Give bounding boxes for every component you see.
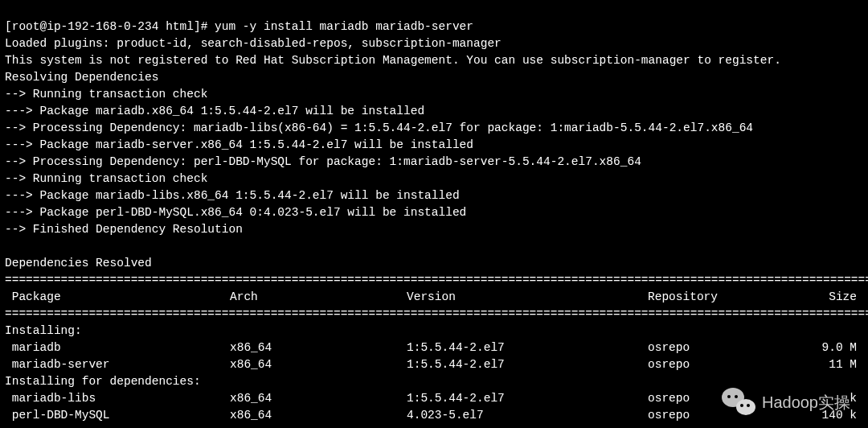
divider-top: ========================================… (5, 274, 868, 286)
cell-size: 9.0 M (800, 340, 857, 356)
section-title: Installing: (5, 323, 863, 340)
cell-version: 1:5.5.44-2.el7 (407, 340, 648, 356)
table-row: mariadbx86_641:5.5.44-2.el7osrepo9.0 M (5, 340, 863, 356)
cell-version: 1:5.5.44-2.el7 (407, 356, 648, 373)
cell-size: 11 M (800, 356, 857, 373)
wechat-icon (722, 388, 755, 417)
cell-package: mariadb (5, 340, 230, 356)
col-header-size: Size (800, 289, 857, 306)
shell-prompt: [root@ip-192-168-0-234 html]# yum -y ins… (5, 20, 473, 33)
terminal-output: [root@ip-192-168-0-234 html]# yum -y ins… (0, 0, 868, 426)
cell-package: perl-DBD-MySQL (5, 407, 230, 424)
table-header-row: PackageArchVersionRepositorySize (5, 289, 863, 306)
watermark: Hadoop实操 (722, 388, 850, 417)
cell-arch: x86_64 (230, 340, 407, 356)
cell-version: 1:5.5.44-2.el7 (407, 390, 648, 407)
cell-version: 4.023-5.el7 (407, 407, 648, 424)
command-text: yum -y install mariadb mariadb-server (215, 20, 473, 33)
col-header-repository: Repository (648, 289, 800, 306)
cell-repository: osrepo (648, 340, 800, 356)
table-row: mariadb-serverx86_641:5.5.44-2.el7osrepo… (5, 356, 863, 373)
divider-bottom: ========================================… (5, 307, 868, 320)
cell-arch: x86_64 (230, 390, 407, 407)
col-header-arch: Arch (230, 289, 407, 306)
cell-package: mariadb-libs (5, 390, 230, 407)
watermark-text: Hadoop实操 (762, 394, 850, 411)
cell-arch: x86_64 (230, 407, 407, 424)
col-header-version: Version (407, 289, 648, 306)
cell-repository: osrepo (648, 356, 800, 373)
col-header-package: Package (5, 289, 230, 306)
cell-arch: x86_64 (230, 356, 407, 373)
cell-package: mariadb-server (5, 356, 230, 373)
